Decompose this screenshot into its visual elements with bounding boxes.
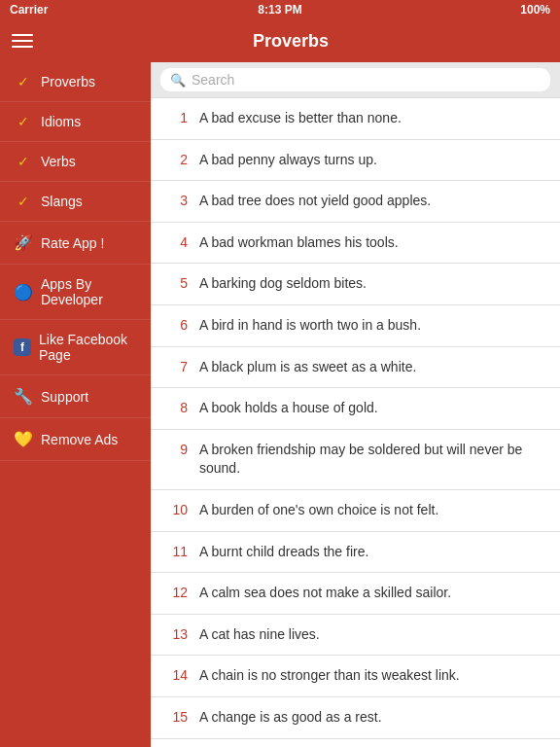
proverb-item[interactable]: 10 A burden of one's own choice is not f… xyxy=(151,490,560,532)
search-input[interactable] xyxy=(192,72,541,88)
proverb-item[interactable]: 14 A chain is no stronger than its weake… xyxy=(151,656,560,697)
proverb-text: A chain is no stronger than its weakest … xyxy=(199,666,460,686)
proverb-item[interactable]: 4 A bad workman blames his tools. xyxy=(151,223,560,265)
sidebar-label-slangs: Slangs xyxy=(41,194,83,209)
title-bar: Proverbs xyxy=(0,19,560,62)
apps-icon: 🔵 xyxy=(14,283,33,302)
proverb-text: A bad penny always turns up. xyxy=(199,151,377,170)
hamburger-line-3 xyxy=(12,46,33,48)
page-title: Proverbs xyxy=(33,31,548,52)
sidebar-label-support: Support xyxy=(41,389,88,405)
proverb-number: 14 xyxy=(166,666,188,683)
proverb-text: A bird in hand is worth two in a bush. xyxy=(199,316,421,336)
proverb-text: A barking dog seldom bites. xyxy=(199,274,367,294)
proverb-item[interactable]: 15 A change is as good as a rest. xyxy=(151,697,560,739)
sidebar-label-like-facebook: Like Facebook Page xyxy=(39,332,137,363)
proverb-number: 6 xyxy=(166,316,188,333)
proverb-item[interactable]: 12 A calm sea does not make a skilled sa… xyxy=(151,573,560,615)
sidebar-item-slangs[interactable]: ✓ Slangs xyxy=(0,182,151,222)
sidebar-label-verbs: Verbs xyxy=(41,154,76,169)
proverb-item[interactable]: 2 A bad penny always turns up. xyxy=(151,140,560,182)
proverb-text: A book holds a house of gold. xyxy=(199,399,378,418)
proverb-text: A change is as good as a rest. xyxy=(199,708,382,728)
sidebar-item-support[interactable]: 🔧 Support xyxy=(0,375,151,418)
remove-ads-icon: 💛 xyxy=(14,430,33,448)
status-bar: Carrier 8:13 PM 100% xyxy=(0,0,560,19)
proverb-item[interactable]: 6 A bird in hand is worth two in a bush. xyxy=(151,305,560,347)
sidebar-item-like-facebook[interactable]: f Like Facebook Page xyxy=(0,320,151,375)
sidebar-label-apps-by-developer: Apps By Developer xyxy=(41,276,137,307)
proverb-text: A broken friendship may be soldered but … xyxy=(199,441,544,479)
proverb-text: A cat has nine lives. xyxy=(199,625,320,645)
proverb-item[interactable]: 3 A bad tree does not yield good apples. xyxy=(151,181,560,223)
time-label: 8:13 PM xyxy=(258,3,301,17)
check-icon: ✓ xyxy=(14,114,33,129)
hamburger-line-2 xyxy=(12,40,33,42)
sidebar-item-verbs[interactable]: ✓ Verbs xyxy=(0,142,151,182)
proverbs-list: 1 A bad excuse is better than none. 2 A … xyxy=(151,98,560,747)
proverb-number: 7 xyxy=(166,358,188,374)
proverb-item[interactable]: 8 A book holds a house of gold. xyxy=(151,388,560,430)
content-area: 🔍 1 A bad excuse is better than none. 2 … xyxy=(151,62,560,747)
check-icon: ✓ xyxy=(14,194,33,209)
sidebar-item-remove-ads[interactable]: 💛 Remove Ads xyxy=(0,418,151,461)
search-input-wrapper: 🔍 xyxy=(160,68,550,91)
main-layout: ✓ Proverbs ✓ Idioms ✓ Verbs ✓ Slangs 🚀 R… xyxy=(0,62,560,747)
sidebar: ✓ Proverbs ✓ Idioms ✓ Verbs ✓ Slangs 🚀 R… xyxy=(0,62,151,747)
carrier-label: Carrier xyxy=(10,3,48,17)
proverb-text: A bad tree does not yield good apples. xyxy=(199,192,431,211)
proverb-item[interactable]: 16 A constant guest is never welcome. xyxy=(151,739,560,748)
sidebar-label-rate-app: Rate App ! xyxy=(41,235,104,251)
proverb-number: 10 xyxy=(166,501,188,517)
check-icon: ✓ xyxy=(14,154,33,169)
sidebar-item-proverbs[interactable]: ✓ Proverbs xyxy=(0,62,151,102)
proverb-text: A bad workman blames his tools. xyxy=(199,233,399,253)
sidebar-label-remove-ads: Remove Ads xyxy=(41,432,118,447)
proverb-number: 11 xyxy=(166,543,188,559)
proverb-number: 9 xyxy=(166,441,188,457)
proverb-item[interactable]: 11 A burnt child dreads the fire. xyxy=(151,532,560,574)
proverb-text: A calm sea does not make a skilled sailo… xyxy=(199,584,451,603)
search-bar: 🔍 xyxy=(151,62,560,98)
proverb-number: 3 xyxy=(166,192,188,208)
sidebar-item-apps-by-developer[interactable]: 🔵 Apps By Developer xyxy=(0,265,151,320)
sidebar-label-proverbs: Proverbs xyxy=(41,74,95,89)
proverb-text: A black plum is as sweet as a white. xyxy=(199,358,416,377)
check-icon: ✓ xyxy=(14,74,33,89)
proverb-number: 8 xyxy=(166,399,188,415)
proverb-number: 13 xyxy=(166,625,188,642)
support-icon: 🔧 xyxy=(14,387,33,406)
proverb-item[interactable]: 9 A broken friendship may be soldered bu… xyxy=(151,430,560,490)
battery-label: 100% xyxy=(520,3,550,17)
rocket-icon: 🚀 xyxy=(14,233,33,252)
proverb-number: 2 xyxy=(166,151,188,167)
proverb-item[interactable]: 7 A black plum is as sweet as a white. xyxy=(151,347,560,389)
proverb-text: A bad excuse is better than none. xyxy=(199,109,402,128)
proverb-number: 15 xyxy=(166,708,188,725)
sidebar-item-idioms[interactable]: ✓ Idioms xyxy=(0,102,151,142)
proverb-item[interactable]: 5 A barking dog seldom bites. xyxy=(151,264,560,305)
proverb-text: A burden of one's own choice is not felt… xyxy=(199,501,438,520)
proverb-number: 1 xyxy=(166,109,188,125)
hamburger-menu-button[interactable] xyxy=(12,34,33,48)
sidebar-label-idioms: Idioms xyxy=(41,114,81,129)
proverb-item[interactable]: 1 A bad excuse is better than none. xyxy=(151,98,560,140)
search-icon: 🔍 xyxy=(170,73,186,88)
proverb-number: 12 xyxy=(166,584,188,600)
proverb-number: 4 xyxy=(166,233,188,250)
proverb-number: 5 xyxy=(166,274,188,291)
facebook-icon: f xyxy=(14,338,31,356)
proverb-text: A burnt child dreads the fire. xyxy=(199,543,368,562)
hamburger-line-1 xyxy=(12,34,33,36)
sidebar-item-rate-app[interactable]: 🚀 Rate App ! xyxy=(0,222,151,265)
proverb-item[interactable]: 13 A cat has nine lives. xyxy=(151,615,560,657)
